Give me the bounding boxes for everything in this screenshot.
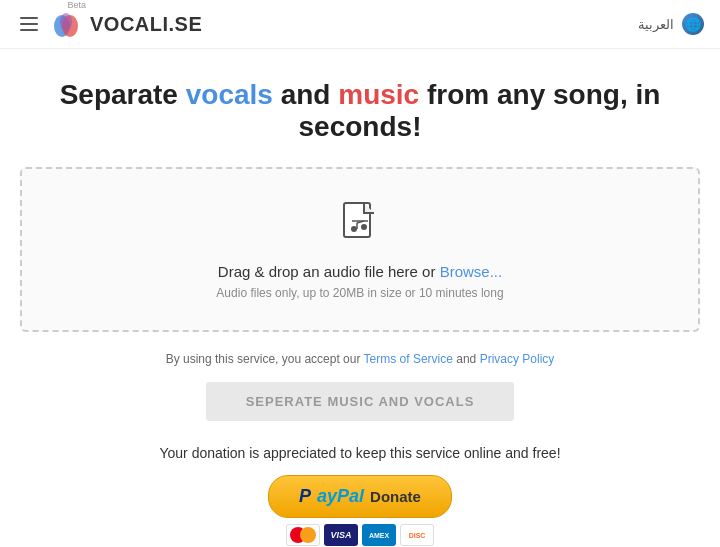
donate-label: Donate: [370, 488, 421, 505]
header: Beta VOCALI.SE العربية 🌐: [0, 0, 720, 49]
header-left: Beta VOCALI.SE: [16, 8, 202, 40]
svg-point-5: [351, 226, 357, 232]
file-restrictions: Audio files only, up to 20MB in size or …: [216, 286, 503, 300]
svg-point-8: [361, 224, 367, 230]
main-content: Separate vocals and music from any song,…: [0, 49, 720, 547]
paypal-area: PayPal Donate VISA AMEX DISC: [268, 475, 452, 546]
mastercard-icon: [286, 524, 320, 546]
hamburger-menu[interactable]: [16, 13, 42, 35]
browse-link[interactable]: Browse...: [440, 263, 503, 280]
separate-button[interactable]: SEPERATE MUSIC AND VOCALS: [206, 382, 515, 421]
discover-icon: DISC: [400, 524, 434, 546]
paypal-logo-ay: ayPal: [317, 486, 364, 507]
donation-text: Your donation is appreciated to keep thi…: [159, 445, 560, 461]
logo-icon: [50, 8, 82, 40]
visa-icon: VISA: [324, 524, 358, 546]
svg-point-2: [60, 13, 72, 31]
terms-text: By using this service, you accept our Te…: [166, 352, 555, 366]
upload-area[interactable]: Drag & drop an audio file here or Browse…: [20, 167, 700, 332]
drag-prefix: Drag & drop an audio file here or: [218, 263, 440, 280]
terms-middle: and: [453, 352, 480, 366]
headline-prefix: Separate: [60, 79, 186, 110]
headline-middle: and: [273, 79, 338, 110]
amex-icon: AMEX: [362, 524, 396, 546]
logo-area: Beta: [50, 8, 82, 40]
terms-of-service-link[interactable]: Terms of Service: [364, 352, 453, 366]
paypal-logo-p: P: [299, 486, 311, 507]
language-link[interactable]: العربية: [638, 17, 674, 32]
paypal-donate-button[interactable]: PayPal Donate: [268, 475, 452, 518]
headline-music: music: [338, 79, 419, 110]
header-right: العربية 🌐: [638, 13, 704, 35]
terms-prefix: By using this service, you accept our: [166, 352, 364, 366]
beta-label: Beta: [67, 0, 86, 10]
card-icons: VISA AMEX DISC: [286, 524, 434, 546]
globe-icon[interactable]: 🌐: [682, 13, 704, 35]
privacy-policy-link[interactable]: Privacy Policy: [480, 352, 555, 366]
logo-text: VOCALI.SE: [90, 13, 202, 36]
headline: Separate vocals and music from any song,…: [20, 79, 700, 143]
drag-drop-text: Drag & drop an audio file here or Browse…: [218, 263, 502, 280]
file-audio-icon: [336, 199, 384, 251]
headline-vocals: vocals: [186, 79, 273, 110]
